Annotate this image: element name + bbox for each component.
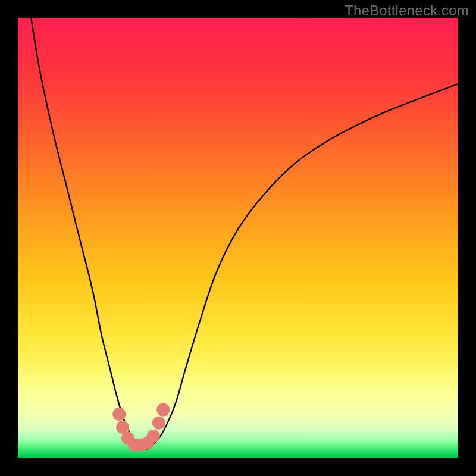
watermark-text: TheBottleneck.com bbox=[345, 2, 469, 19]
marker-dot bbox=[147, 430, 160, 443]
marker-dot bbox=[152, 416, 165, 430]
plot-area bbox=[18, 18, 458, 458]
gradient-background bbox=[18, 18, 458, 458]
chart-frame: TheBottleneck.com bbox=[0, 0, 476, 476]
marker-dot bbox=[156, 403, 170, 416]
bottleneck-chart bbox=[18, 18, 458, 458]
marker-dot bbox=[112, 408, 126, 421]
